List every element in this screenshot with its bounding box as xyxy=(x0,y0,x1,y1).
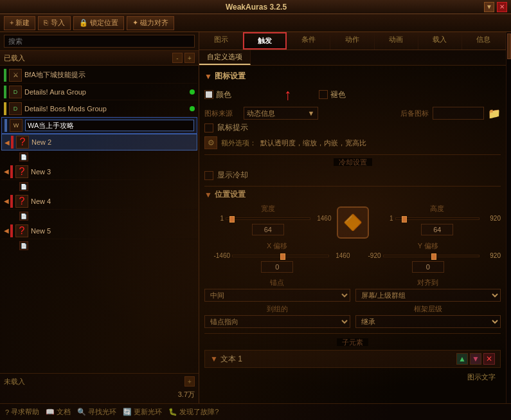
x-min: -1460 xyxy=(204,252,230,259)
bug-icon: 🐛 xyxy=(168,408,177,416)
close-button[interactable]: ✕ xyxy=(497,2,507,12)
tab-display[interactable]: 图示 xyxy=(199,32,243,50)
list-item[interactable]: 📄 xyxy=(1,239,197,252)
tab-conditions[interactable]: 条件 xyxy=(287,32,330,50)
collapse-pos-arrow-icon[interactable]: ▼ xyxy=(204,190,212,199)
source-dropdown[interactable]: 动态信息 ▼ xyxy=(244,107,318,120)
find-aura-link[interactable]: 🔍 寻找光环 xyxy=(77,407,116,417)
update-link[interactable]: 🔄 更新光环 xyxy=(123,407,162,417)
list-item[interactable]: 📄 xyxy=(1,180,197,193)
tab-trigger[interactable]: 触发 xyxy=(243,32,287,50)
y-offset-label: Y 偏移 xyxy=(355,241,501,251)
height-label: 高度 xyxy=(374,204,501,214)
tab-animation[interactable]: 动画 xyxy=(375,32,418,50)
aura-icon: ? xyxy=(15,224,28,237)
width-input[interactable] xyxy=(252,224,284,235)
tab-custom-options[interactable]: 自定义选项 xyxy=(199,50,251,65)
list-item[interactable]: 📄 xyxy=(1,151,197,163)
help-link[interactable]: ? 寻求帮助 xyxy=(5,407,39,417)
right-scrollbar[interactable] xyxy=(506,32,511,403)
height-input[interactable] xyxy=(421,224,453,235)
aura-name: New 2 xyxy=(31,138,194,146)
group-frame-row: 到组的 锚点指向 框架层级 继承 xyxy=(204,304,501,328)
tab-load[interactable]: 载入 xyxy=(418,32,462,50)
y-slider[interactable] xyxy=(383,255,480,257)
minimize-button[interactable]: ▼ xyxy=(484,2,494,12)
align-dropdown-wrap: 屏幕/上级群组 xyxy=(355,289,501,302)
magnet-button[interactable]: ✦ 磁力对齐 xyxy=(127,16,174,30)
sub-up-button[interactable]: ▲ xyxy=(456,353,468,365)
brown-checkbox[interactable] xyxy=(319,90,328,99)
aura-name: BfA地下城技能提示 xyxy=(24,70,195,80)
to-group-select[interactable]: 锚点指向 xyxy=(204,315,350,328)
width-input-wrap xyxy=(204,224,332,235)
sub-delete-button[interactable]: ✕ xyxy=(483,353,495,365)
anchor-select[interactable]: 中间 xyxy=(204,289,350,302)
list-item[interactable]: ◀ ? New 4 xyxy=(1,193,197,210)
aura-name-input[interactable] xyxy=(25,120,194,131)
x-input[interactable] xyxy=(261,261,293,273)
mouse-hint-row: 鼠标提示 xyxy=(204,122,501,133)
list-item[interactable]: ⚔ BfA地下城技能提示 xyxy=(1,67,197,84)
list-item[interactable]: W xyxy=(1,117,197,134)
show-cooldown-checkbox[interactable] xyxy=(204,171,213,180)
backup-label: 后备图标 xyxy=(393,109,429,118)
x-slider-row: -1460 1460 xyxy=(204,252,350,259)
color-checkbox[interactable] xyxy=(204,90,213,99)
show-cooldown-label: 显示冷却 xyxy=(217,170,248,181)
gear-icon[interactable]: ⚙ xyxy=(204,136,217,149)
list-item[interactable]: 📄 xyxy=(1,210,197,223)
x-offset-label: X 偏移 xyxy=(204,241,350,251)
folder-icon[interactable]: 📁 xyxy=(488,107,501,120)
arrow-left-icon: ◀ xyxy=(4,227,9,234)
pos-icon-center: 🔶 xyxy=(337,204,369,241)
sub-elements-section: 子元素 ▼ 文本 1 ▲ ▼ ✕ 图示文字 xyxy=(204,338,501,385)
height-slider[interactable] xyxy=(395,217,480,220)
backup-field[interactable] xyxy=(433,107,484,120)
aura-name: New 4 xyxy=(31,197,195,205)
import-button[interactable]: ⎘ 导入 xyxy=(38,16,70,30)
search-input[interactable] xyxy=(4,35,195,48)
aura-list: ⚔ BfA地下城技能提示 D Details! Aura Group D Det… xyxy=(0,66,199,373)
x-max: 1460 xyxy=(331,252,350,259)
width-label: 宽度 xyxy=(204,204,332,214)
arrow-left-icon: ◀ xyxy=(4,139,10,146)
list-item[interactable]: ◀ ? New 5 xyxy=(1,223,197,239)
mouse-hint-checkbox[interactable] xyxy=(204,123,213,132)
sub-element-name: 文本 1 xyxy=(220,354,242,365)
scroll-thumb[interactable] xyxy=(507,33,511,59)
new-button[interactable]: + 新建 xyxy=(4,16,35,30)
sub-aura-icon: 📄 xyxy=(19,212,28,221)
list-item[interactable]: ◀ ? New 2 xyxy=(1,134,197,151)
frame-level-select[interactable]: 继承 xyxy=(355,315,501,328)
bar-indicator-yellow xyxy=(4,102,6,115)
sub-aura-icon: 📄 xyxy=(19,241,28,250)
width-slider[interactable] xyxy=(226,217,310,220)
list-item[interactable]: D Details! Boss Mods Group xyxy=(1,100,197,117)
tab-actions[interactable]: 动作 xyxy=(330,32,374,50)
lock-button[interactable]: 🔒 锁定位置 xyxy=(73,16,124,30)
bar-indicator-red xyxy=(11,136,13,149)
loaded-minus-btn[interactable]: - xyxy=(172,53,183,63)
list-item[interactable]: D Details! Aura Group xyxy=(1,84,197,100)
x-input-wrap xyxy=(204,261,350,273)
collapse-arrow-icon[interactable]: ▼ xyxy=(204,72,212,81)
extra-options-value: 默认透明度，缩放，内嵌，宽高比 xyxy=(260,138,366,148)
x-slider[interactable] xyxy=(232,255,329,257)
docs-link[interactable]: 📖 文档 xyxy=(46,407,71,417)
y-input[interactable] xyxy=(412,261,444,273)
docs-icon: 📖 xyxy=(46,408,55,416)
sub-collapse-arrow-icon[interactable]: ▼ xyxy=(210,354,218,363)
loaded-plus-btn[interactable]: + xyxy=(184,53,195,63)
align-section: 对齐到 屏幕/上级群组 xyxy=(355,278,501,302)
color-row: 颜色 ↑ 褪色 xyxy=(204,86,501,104)
sub-down-button[interactable]: ▼ xyxy=(470,353,481,365)
bug-link[interactable]: 🐛 发现了故障? xyxy=(168,407,219,417)
pos-section: 宽度 1 1460 xyxy=(204,204,501,241)
align-select[interactable]: 屏幕/上级群组 xyxy=(355,289,501,302)
not-loaded-plus[interactable]: + xyxy=(184,376,195,387)
tab-info[interactable]: 信息 xyxy=(462,32,506,50)
anchor-align-row: 锚点 中间 对齐到 屏幕/上级群组 xyxy=(204,278,501,302)
list-item[interactable]: ◀ ? New 3 xyxy=(1,163,197,180)
not-loaded-header: 未载入 + xyxy=(4,376,195,387)
